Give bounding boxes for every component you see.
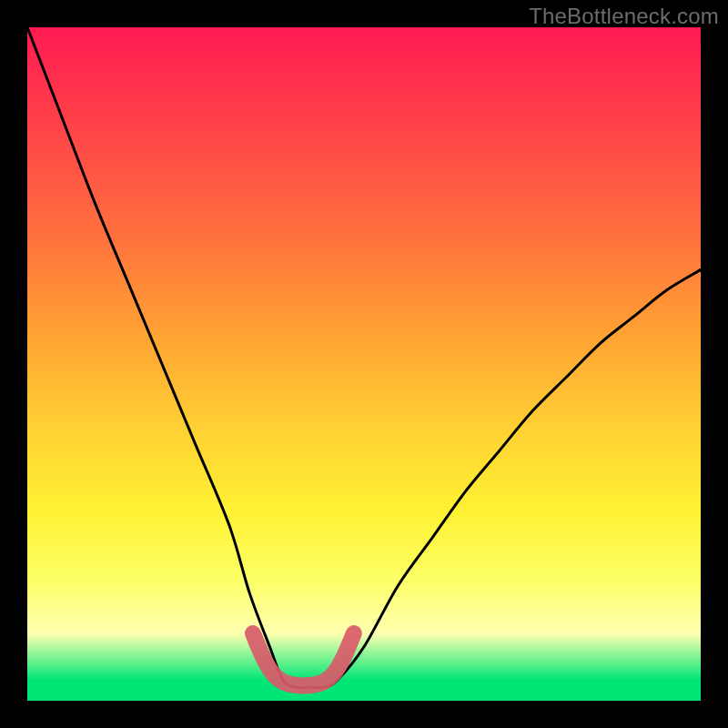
bottleneck-curve — [27, 27, 701, 688]
watermark-text: TheBottleneck.com — [529, 4, 719, 29]
curve-svg — [27, 27, 701, 701]
chart-frame: TheBottleneck.com — [0, 0, 728, 728]
plot-area — [27, 27, 701, 701]
